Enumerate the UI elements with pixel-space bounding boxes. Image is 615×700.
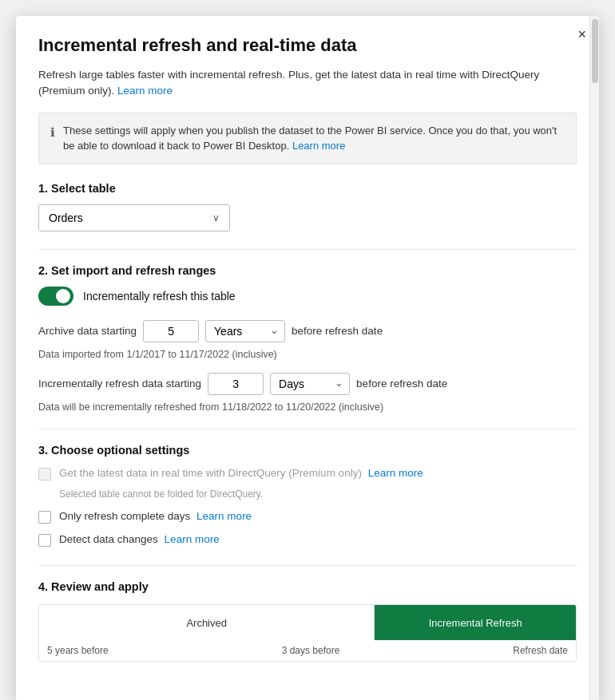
timeline-label-right: Refresh date (513, 645, 568, 656)
archive-value-input[interactable] (143, 320, 199, 342)
refresh-unit-select[interactable]: Days Months Years (270, 373, 350, 395)
archive-range-row: Archive data starting Years Months Days … (38, 320, 577, 342)
realtime-checkbox[interactable] (38, 468, 51, 481)
realtime-disabled-hint: Selected table cannot be folded for Dire… (59, 488, 577, 500)
detect-changes-checkbox[interactable] (38, 534, 51, 547)
scrollbar[interactable] (589, 16, 599, 700)
realtime-label-text: Get the latest data in real time with Di… (59, 467, 362, 479)
detect-changes-learn-more-link[interactable]: Learn more (165, 533, 220, 545)
intro-body: Refresh large tables faster with increme… (38, 69, 539, 97)
info-box-content: These settings will apply when you publi… (63, 123, 565, 154)
refresh-suffix: before refresh date (356, 378, 447, 390)
refresh-unit-wrapper: Days Months Years (270, 373, 350, 395)
timeline-archived: Archived (39, 605, 375, 640)
table-dropdown-value: Orders (49, 212, 83, 224)
detect-changes-label: Detect data changes Learn more (59, 532, 220, 548)
table-dropdown[interactable]: Orders ∨ (38, 204, 230, 231)
realtime-checkbox-row: Get the latest data in real time with Di… (38, 466, 577, 481)
detect-changes-checkbox-row: Detect data changes Learn more (38, 532, 577, 548)
divider-3 (38, 565, 577, 566)
section-2: 2. Set import and refresh ranges Increme… (38, 264, 577, 413)
refresh-label: Incrementally refresh data starting (38, 378, 201, 390)
archive-unit-wrapper: Years Months Days (205, 320, 285, 342)
archived-label: Archived (186, 617, 227, 629)
toggle-knob (56, 289, 70, 303)
complete-days-label: Only refresh complete days Learn more (59, 509, 252, 524)
refresh-value-input[interactable] (208, 373, 264, 395)
archive-label: Archive data starting (38, 325, 137, 337)
incremental-refresh-toggle[interactable] (38, 287, 73, 306)
timeline-bar: Archived Incremental Refresh (39, 605, 576, 640)
chevron-down-icon: ∨ (212, 212, 220, 223)
close-button[interactable]: × (577, 27, 586, 42)
dialog: × Incremental refresh and real-time data… (16, 16, 599, 700)
info-box-learn-more-link[interactable]: Learn more (292, 140, 345, 152)
complete-days-learn-more-link[interactable]: Learn more (196, 510, 252, 522)
section-1-heading: 1. Select table (38, 182, 577, 195)
complete-days-checkbox[interactable] (38, 511, 51, 524)
timeline-incremental: Incremental Refresh (375, 605, 576, 640)
realtime-checkbox-label: Get the latest data in real time with Di… (59, 466, 423, 481)
intro-learn-more-link[interactable]: Learn more (117, 85, 173, 97)
refresh-date-hint: Data will be incrementally refreshed fro… (38, 401, 577, 413)
intro-text: Refresh large tables faster with increme… (38, 67, 577, 100)
info-box: ℹ These settings will apply when you pub… (38, 113, 577, 164)
scrollbar-thumb (592, 19, 598, 83)
toggle-row: Incrementally refresh this table (38, 287, 577, 306)
section-2-heading: 2. Set import and refresh ranges (38, 264, 577, 277)
timeline-container: Archived Incremental Refresh 5 years bef… (38, 604, 577, 662)
divider-1 (38, 249, 577, 250)
section-3-heading: 3. Choose optional settings (38, 444, 577, 457)
realtime-learn-more-link[interactable]: Learn more (368, 467, 423, 479)
timeline-label-left: 5 years before (47, 645, 109, 656)
complete-days-checkbox-row: Only refresh complete days Learn more (38, 509, 577, 524)
incremental-label: Incremental Refresh (429, 617, 522, 629)
archive-suffix: before refresh date (292, 325, 383, 337)
toggle-label: Incrementally refresh this table (83, 290, 236, 303)
section-4-heading: 4. Review and apply (38, 580, 577, 593)
archive-unit-select[interactable]: Years Months Days (205, 320, 285, 342)
detect-changes-label-text: Detect data changes (59, 533, 158, 545)
divider-2 (38, 429, 577, 429)
dialog-title: Incremental refresh and real-time data (38, 35, 577, 56)
timeline-label-middle: 3 days before (282, 645, 340, 656)
refresh-range-row: Incrementally refresh data starting Days… (38, 373, 577, 395)
info-icon: ℹ (50, 124, 55, 142)
section-3: 3. Choose optional settings Get the late… (38, 444, 577, 548)
section-1: 1. Select table Orders ∨ (38, 182, 577, 231)
archive-date-hint: Data imported from 1/1/2017 to 11/17/202… (38, 349, 577, 360)
complete-days-label-text: Only refresh complete days (59, 510, 190, 522)
timeline-labels: 5 years before 3 days before Refresh dat… (39, 640, 576, 661)
section-4: 4. Review and apply Archived Incremental… (38, 580, 577, 662)
